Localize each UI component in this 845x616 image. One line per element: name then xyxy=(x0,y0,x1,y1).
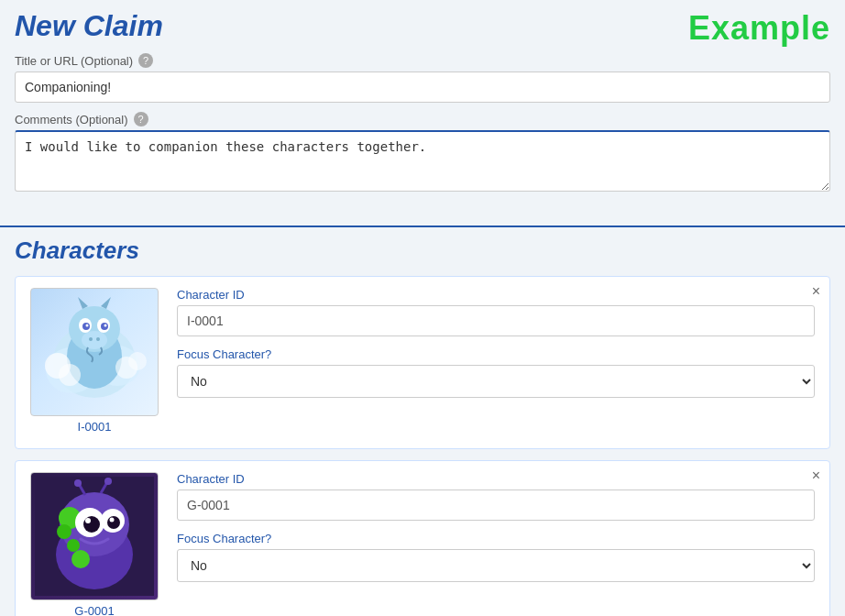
page-header: New Claim Example xyxy=(0,0,845,53)
character-card-2: × xyxy=(15,460,830,616)
svg-point-30 xyxy=(107,516,120,529)
svg-point-36 xyxy=(104,478,112,485)
character-2-fields: Character ID Focus Character? No Yes xyxy=(177,472,815,582)
comments-input[interactable]: <span class="link-text">I would like</sp… xyxy=(15,130,830,192)
svg-point-10 xyxy=(86,324,89,327)
character-2-artwork xyxy=(35,477,154,596)
title-url-label: Title or URL (Optional) ? xyxy=(15,53,830,68)
svg-point-34 xyxy=(74,479,82,487)
comments-label: Comments (Optional) ? xyxy=(15,112,830,126)
svg-point-26 xyxy=(67,539,80,552)
svg-marker-12 xyxy=(78,297,88,309)
character-2-link[interactable]: G-0001 xyxy=(74,604,114,616)
svg-point-19 xyxy=(96,337,100,341)
close-character-2-button[interactable]: × xyxy=(812,468,820,483)
characters-section: Characters × xyxy=(0,236,845,616)
character-1-image xyxy=(30,288,159,416)
section-divider xyxy=(0,226,845,227)
comments-field-group: Comments (Optional) ? <span class="link-… xyxy=(15,112,830,194)
comments-help-icon[interactable]: ? xyxy=(134,112,148,126)
svg-point-25 xyxy=(71,550,90,568)
svg-point-24 xyxy=(57,524,71,539)
svg-point-29 xyxy=(83,516,100,533)
character-2-focus-select[interactable]: No Yes xyxy=(177,549,815,582)
claim-form: Title or URL (Optional) ? Comments (Opti… xyxy=(0,53,845,213)
svg-point-32 xyxy=(110,518,115,522)
svg-marker-13 xyxy=(101,297,111,309)
title-url-field-group: Title or URL (Optional) ? xyxy=(15,53,830,103)
svg-point-15 xyxy=(59,364,81,386)
page-title: New Claim xyxy=(15,9,163,43)
title-url-help-icon[interactable]: ? xyxy=(138,53,153,68)
character-card-1: × xyxy=(15,276,830,449)
character-1-id-input[interactable] xyxy=(177,305,815,336)
character-1-fields: Character ID Focus Character? No Yes xyxy=(177,288,815,398)
character-1-focus-label: Focus Character? xyxy=(177,347,815,361)
svg-point-11 xyxy=(104,324,107,327)
character-2-image-block: G-0001 xyxy=(30,472,159,616)
close-character-1-button[interactable]: × xyxy=(812,284,820,299)
svg-point-31 xyxy=(85,518,91,523)
character-2-image xyxy=(30,472,159,600)
svg-point-17 xyxy=(128,352,147,370)
character-2-id-label: Character ID xyxy=(177,472,815,486)
character-card-1-inner: I-0001 Character ID Focus Character? No … xyxy=(30,288,815,434)
character-2-id-input[interactable] xyxy=(177,490,815,521)
character-1-id-label: Character ID xyxy=(177,288,815,302)
svg-point-5 xyxy=(82,331,107,349)
character-1-focus-select[interactable]: No Yes xyxy=(177,365,815,398)
svg-point-18 xyxy=(89,337,93,341)
characters-title: Characters xyxy=(15,236,830,265)
character-1-artwork xyxy=(35,292,154,412)
character-1-link[interactable]: I-0001 xyxy=(78,420,112,434)
title-url-input[interactable] xyxy=(15,72,830,103)
character-2-focus-label: Focus Character? xyxy=(177,532,815,545)
character-card-2-inner: G-0001 Character ID Focus Character? No … xyxy=(30,472,815,616)
site-logo: Example xyxy=(688,9,830,48)
character-1-image-block: I-0001 xyxy=(30,288,159,434)
